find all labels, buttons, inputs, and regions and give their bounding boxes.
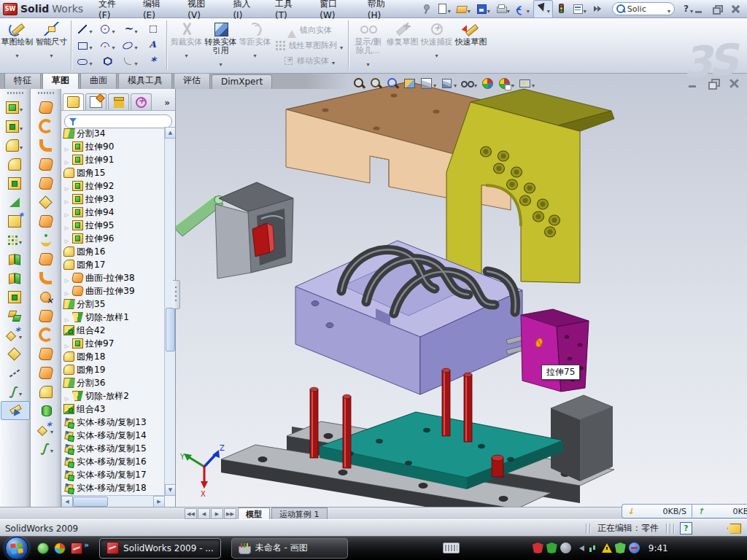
title-tool-button[interactable] — [419, 2, 433, 15]
expand-arrow-icon[interactable] — [63, 284, 70, 298]
toolbar-icon-button[interactable] — [32, 155, 60, 174]
dropdown-caret-icon[interactable] — [19, 233, 22, 247]
expand-arrow-icon[interactable] — [63, 140, 70, 154]
toolbar-icon-button[interactable] — [1, 98, 28, 117]
menu-item[interactable]: 窗口(W) — [311, 0, 360, 23]
tree-item[interactable]: 圆角19 — [63, 363, 165, 376]
help-button[interactable]: ? — [682, 4, 690, 14]
toolbar-button[interactable]: 转换实体引用 — [204, 18, 238, 72]
dropdown-caret-icon[interactable] — [20, 120, 23, 133]
headsup-button[interactable] — [353, 77, 365, 90]
title-tool-button[interactable] — [533, 0, 553, 18]
ribbon-tab[interactable]: 特征 — [4, 72, 41, 89]
part-yellow-bracket[interactable] — [446, 89, 614, 283]
toolbar-icon-button[interactable] — [32, 401, 60, 420]
toolbar-button[interactable]: 修复草图 — [385, 18, 419, 72]
dropdown-caret-icon[interactable] — [134, 39, 137, 52]
sketch-entity-button[interactable] — [74, 55, 96, 69]
toolbar-icon-button[interactable] — [32, 117, 60, 136]
toolbar-icon-button[interactable] — [1, 155, 28, 174]
sketch-entity-button[interactable] — [119, 23, 142, 36]
search-input[interactable]: Solic — [627, 4, 665, 14]
toolbar-button[interactable]: 镜向实体 — [283, 23, 335, 38]
panel-tab[interactable] — [131, 93, 152, 110]
toolbar-icon-button[interactable] — [1, 230, 28, 249]
sketch-entity-button[interactable] — [96, 23, 119, 36]
title-tool-button[interactable] — [435, 1, 453, 18]
tab-prev-button[interactable]: ◀ — [198, 508, 210, 519]
dropdown-caret-icon[interactable] — [89, 23, 92, 36]
tree-item[interactable]: 实体-移动/复制16 — [63, 455, 165, 468]
search-box[interactable]: Solic — [612, 2, 675, 15]
tree-item[interactable]: 圆角17 — [63, 258, 165, 271]
dropdown-caret-icon[interactable] — [20, 139, 23, 152]
tree-item[interactable]: 拉伸90 — [63, 140, 165, 153]
headsup-button[interactable] — [420, 77, 436, 90]
toolbar-icon-button[interactable] — [32, 325, 60, 344]
toolbar-button[interactable]: 草图绘制 — [0, 18, 34, 72]
ribbon-tab[interactable]: DimXpert — [212, 74, 272, 89]
tree-item[interactable]: 实体-移动/复制14 — [63, 429, 165, 442]
dropdown-caret-icon[interactable] — [50, 47, 53, 61]
toolbar-icon-button[interactable] — [1, 306, 28, 325]
taskbar-window-button[interactable]: 未命名 - 画图 — [231, 538, 348, 559]
sketch-entity-button[interactable] — [142, 56, 164, 66]
scroll-right-button[interactable]: ▶ — [153, 496, 165, 507]
toolbar-icon-button[interactable] — [32, 306, 60, 325]
toolbar-icon-button[interactable] — [32, 287, 60, 306]
tray-icon[interactable] — [533, 542, 543, 553]
toolbar-icon-button[interactable] — [1, 249, 28, 268]
panel-tab[interactable] — [108, 93, 129, 110]
dropdown-caret-icon[interactable] — [332, 54, 335, 68]
headsup-button[interactable] — [441, 77, 457, 90]
toolbar-button[interactable]: 等距实体 — [238, 18, 272, 72]
scroll-thumb[interactable] — [73, 497, 108, 507]
expand-arrow-icon[interactable] — [63, 311, 70, 324]
tags-icon[interactable] — [727, 524, 741, 534]
menu-item[interactable]: 文件(F) — [90, 0, 135, 23]
tree-item[interactable]: 组合43 — [63, 402, 165, 416]
menu-item[interactable]: 编辑(E) — [135, 0, 179, 23]
tree-item[interactable]: 实体-移动/复制15 — [63, 442, 165, 455]
toolbar-icon-button[interactable] — [1, 382, 28, 401]
dropdown-caret-icon[interactable] — [433, 77, 436, 90]
dropdown-caret-icon[interactable] — [507, 2, 510, 16]
toolbar-icon-button[interactable] — [1, 174, 28, 192]
tray-icon[interactable] — [588, 542, 599, 553]
dropdown-caret-icon[interactable] — [112, 23, 115, 36]
tree-item[interactable]: 实体-移动/复制18 — [63, 481, 165, 494]
sketch-entity-button[interactable] — [142, 24, 164, 34]
panel-tab[interactable] — [63, 93, 84, 110]
close-button[interactable] — [729, 4, 741, 14]
toolbar-button[interactable]: 快速捕捉 — [419, 18, 454, 72]
tray-icon[interactable] — [574, 542, 585, 553]
scroll-left-button[interactable]: ◀ — [61, 496, 73, 507]
tree-item[interactable]: 拉伸94 — [63, 206, 165, 219]
tray-icon[interactable] — [629, 542, 640, 553]
dropdown-caret-icon[interactable] — [20, 101, 23, 114]
toolbar-icon-button[interactable] — [1, 211, 28, 230]
expand-arrow-icon[interactable] — [63, 232, 70, 246]
menu-item[interactable]: 视图(V) — [179, 0, 225, 23]
dropdown-caret-icon[interactable] — [89, 55, 92, 69]
dropdown-caret-icon[interactable] — [185, 47, 187, 61]
tree-item[interactable]: 拉伸92 — [63, 179, 165, 192]
tab-first-button[interactable]: ◀◀ — [185, 508, 197, 519]
toolbar-icon-button[interactable] — [1, 192, 28, 211]
expand-arrow-icon[interactable] — [63, 271, 70, 285]
toolbar-icon-button[interactable] — [1, 344, 28, 363]
tree-item[interactable]: 拉伸96 — [63, 232, 165, 245]
title-tool-button[interactable] — [494, 1, 512, 18]
headsup-button[interactable] — [481, 77, 494, 90]
dropdown-caret-icon[interactable] — [584, 2, 587, 16]
dropdown-caret-icon[interactable] — [89, 39, 92, 52]
tree-item[interactable]: 分割34 — [63, 127, 165, 140]
expand-arrow-icon[interactable] — [63, 206, 70, 219]
toolbar-icon-button[interactable] — [1, 136, 28, 155]
scroll-thumb[interactable] — [166, 308, 175, 351]
dropdown-caret-icon[interactable] — [527, 2, 530, 16]
toolbar-icon-button[interactable] — [32, 344, 60, 363]
toolbar-icon-button[interactable] — [1, 268, 28, 287]
dropdown-caret-icon[interactable] — [436, 47, 438, 61]
dropdown-caret-icon[interactable] — [340, 39, 343, 52]
